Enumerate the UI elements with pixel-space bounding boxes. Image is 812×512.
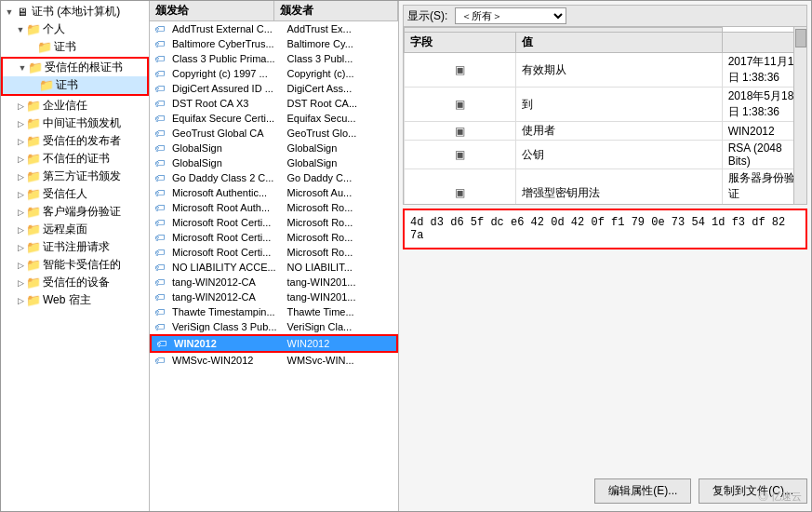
cert-name-verisign: VeriSign Class 3 Pub... (168, 320, 284, 333)
table-row-valid-to[interactable]: ▣ 到 2018年5月18日 1:38:36 (405, 88, 806, 122)
cert-name-ms-root-cert2: Microsoft Root Certi... (168, 231, 284, 244)
cert-icon: 🏷 (154, 157, 165, 168)
cert-icon: 🏷 (154, 232, 165, 243)
tree-item-trusted-root-certs[interactable]: 📁 证书 (3, 76, 147, 94)
tree-item-third-party[interactable]: ▷ 📁 第三方证书颁发 (1, 168, 149, 185)
cert-issuer-digicert: DigiCert Ass... (284, 82, 399, 95)
cert-issuer-geotrust: GeoTrust Glo... (284, 127, 399, 140)
folder-icon: 📁 (26, 99, 41, 114)
expand-icon: ▷ (16, 101, 25, 111)
edit-properties-button[interactable]: 编辑属性(E)... (594, 478, 691, 504)
tree-item-trusted-people[interactable]: ▷ 📁 受信任人 (1, 185, 149, 203)
tree-item-personal[interactable]: ▼ 📁 个人 (1, 20, 149, 38)
cert-row-copyright[interactable]: 🏷 Copyright (c) 1997 ... Copyright (c)..… (150, 66, 398, 81)
expand-icon: ▷ (16, 243, 25, 252)
cert-issuer-equifax: Equifax Secu... (284, 112, 399, 125)
cert-issuer-globalsign1: GlobalSign (284, 141, 399, 155)
tree-item-trusted-devices[interactable]: ▷ 📁 受信任的设备 (1, 274, 149, 291)
cert-row-verisign[interactable]: 🏷 VeriSign Class 3 Pub... VeriSign Cla..… (150, 319, 398, 334)
table-row-public-key[interactable]: ▣ 公钥 RSA (2048 Bits) (405, 141, 806, 169)
table-row-valid-from[interactable]: ▣ 有效期从 2017年11月16日 1:38:36 (405, 53, 806, 88)
field-name-valid-from: 有效期从 (516, 53, 723, 88)
cert-icon: 🏷 (154, 355, 165, 366)
cert-icon: 🏷 (154, 83, 165, 94)
cert-issuer-globalsign2: GlobalSign (284, 156, 399, 169)
cert-issuer-copyright: Copyright (c)... (284, 67, 399, 80)
folder-icon: 📁 (26, 22, 41, 37)
tree-label-remote-desktop: 远程桌面 (43, 222, 87, 237)
cert-row-no-liability[interactable]: 🏷 NO LIABILITY ACCE... NO LIABILIT... (150, 260, 398, 275)
folder-icon: 📁 (26, 240, 41, 255)
cert-name-baltimore: Baltimore CyberTrus... (168, 37, 284, 50)
tree-item-trusted-root[interactable]: ▼ 📁 受信任的根证书 (3, 59, 147, 76)
cert-row-baltimore[interactable]: 🏷 Baltimore CyberTrus... Baltimore Cy... (150, 36, 398, 51)
table-row-subject[interactable]: ▣ 使用者 WIN2012 (405, 122, 806, 141)
field-name-subject: 使用者 (516, 122, 723, 141)
cert-row-geotrust[interactable]: 🏷 GeoTrust Global CA GeoTrust Glo... (150, 126, 398, 141)
cert-row-thawte[interactable]: 🏷 Thawte Timestampin... Thawte Time... (150, 304, 398, 319)
tree-item-web-host[interactable]: ▷ 📁 Web 宿主 (1, 291, 149, 309)
cert-row-win2012[interactable]: 🏷 WIN2012 WIN2012 (150, 334, 398, 353)
show-select[interactable]: ＜所有＞ 版本1字段 扩展 关键扩展 属性 (455, 7, 566, 24)
cert-row-tang1[interactable]: 🏷 tang-WIN2012-CA tang-WIN201... (150, 275, 398, 290)
cert-row-globalsign1[interactable]: 🏷 GlobalSign GlobalSign (150, 141, 398, 155)
folder-icon: 📁 (26, 205, 41, 220)
expand-icon: ▷ (16, 155, 25, 164)
tree-label-trusted-root-certs: 证书 (56, 77, 78, 93)
cert-row-godaddy[interactable]: 🏷 Go Daddy Class 2 C... Go Daddy C... (150, 170, 398, 185)
field-icon-valid-to: ▣ (405, 88, 516, 122)
cert-icon: 🏷 (154, 142, 165, 154)
cert-name-ms-root-cert3: Microsoft Root Certi... (168, 246, 284, 259)
cert-icon: 🏷 (154, 276, 165, 288)
cert-issuer-no-liability: NO LIABILIT... (284, 261, 399, 274)
folder-icon: 📁 (26, 116, 41, 131)
cert-row-wmsvs[interactable]: 🏷 WMSvc-WIN2012 WMSvc-WIN... (150, 353, 398, 368)
cert-icon: 🏷 (154, 321, 165, 332)
cert-row-addtrust[interactable]: 🏷 AddTrust External C... AddTrust Ex... (150, 21, 398, 36)
cert-row-ms-auth[interactable]: 🏷 Microsoft Authentic... Microsoft Au... (150, 185, 398, 200)
cert-row-digicert[interactable]: 🏷 DigiCert Assured ID ... DigiCert Ass..… (150, 81, 398, 96)
cert-row-dstroot[interactable]: 🏷 DST Root CA X3 DST Root CA... (150, 96, 398, 111)
tree-item-trusted-publisher[interactable]: ▷ 📁 受信任的发布者 (1, 132, 149, 150)
cert-name-class3: Class 3 Public Prima... (168, 52, 284, 65)
expand-icon: ▷ (16, 278, 25, 288)
tree-label-personal-certs: 证书 (54, 39, 76, 55)
computer-icon: 🖥 (15, 5, 30, 20)
tree-item-enterprise[interactable]: ▷ 📁 企业信任 (1, 97, 149, 115)
tree-label-trusted-root: 受信任的根证书 (45, 60, 123, 75)
cert-row-ms-root-auth[interactable]: 🏷 Microsoft Root Auth... Microsoft Ro... (150, 200, 398, 215)
cert-row-class3[interactable]: 🏷 Class 3 Public Prima... Class 3 Publ..… (150, 51, 398, 66)
tree-item-client-auth[interactable]: ▷ 📁 客户端身份验证 (1, 203, 149, 221)
cert-list-header: 颁发给 颁发者 (150, 1, 398, 21)
cert-row-ms-root-cert1[interactable]: 🏷 Microsoft Root Certi... Microsoft Ro..… (150, 215, 398, 230)
expand-icon: ▷ (16, 190, 25, 199)
col-header-name: 颁发给 (150, 1, 274, 20)
cert-row-tang2[interactable]: 🏷 tang-WIN2012-CA tang-WIN201... (150, 290, 398, 304)
detail-scrollbar[interactable] (793, 27, 806, 204)
tree-item-intermediate[interactable]: ▷ 📁 中间证书颁发机 (1, 115, 149, 132)
cert-row-ms-root-cert2[interactable]: 🏷 Microsoft Root Certi... Microsoft Ro..… (150, 230, 398, 245)
copy-to-file-button[interactable]: 复制到文件(C)... (699, 478, 807, 504)
tree-panel: ▼ 🖥 证书 (本地计算机) ▼ 📁 个人 📁 证书 ▼ 📁 受信任的根证书 (1, 1, 150, 511)
table-row-key-usage-enhanced[interactable]: ▣ 增强型密钥用法 服务器身份验证 (1.3.6.1.5.5... (405, 169, 806, 205)
tree-item-remote-desktop[interactable]: ▷ 📁 远程桌面 (1, 221, 149, 238)
cert-row-globalsign2[interactable]: 🏷 GlobalSign GlobalSign (150, 155, 398, 170)
scrollbar-thumb[interactable] (795, 29, 806, 47)
expand-icon: ▷ (16, 208, 25, 217)
tree-label-third-party: 第三方证书颁发 (43, 168, 121, 184)
tree-item-cert-enroll[interactable]: ▷ 📁 证书注册请求 (1, 238, 149, 256)
tree-item-root[interactable]: ▼ 🖥 证书 (本地计算机) (1, 3, 149, 20)
expand-icon: ▷ (16, 261, 25, 270)
cert-icon: 🏷 (154, 98, 165, 109)
cert-row-ms-root-cert3[interactable]: 🏷 Microsoft Root Certi... Microsoft Ro..… (150, 245, 398, 260)
tree-item-untrusted[interactable]: ▷ 📁 不信任的证书 (1, 150, 149, 168)
folder-icon: 📁 (26, 169, 41, 184)
expand-icon: ▷ (16, 119, 25, 128)
tree-item-personal-certs[interactable]: 📁 证书 (1, 38, 149, 56)
tree-label-trusted-devices: 受信任的设备 (43, 275, 110, 290)
folder-icon: 📁 (26, 276, 41, 290)
cert-issuer-thawte: Thawte Time... (284, 305, 399, 318)
tree-label-root: 证书 (本地计算机) (32, 4, 120, 20)
tree-item-smart-card[interactable]: ▷ 📁 智能卡受信任的 (1, 256, 149, 274)
cert-row-equifax[interactable]: 🏷 Equifax Secure Certi... Equifax Secu..… (150, 111, 398, 126)
